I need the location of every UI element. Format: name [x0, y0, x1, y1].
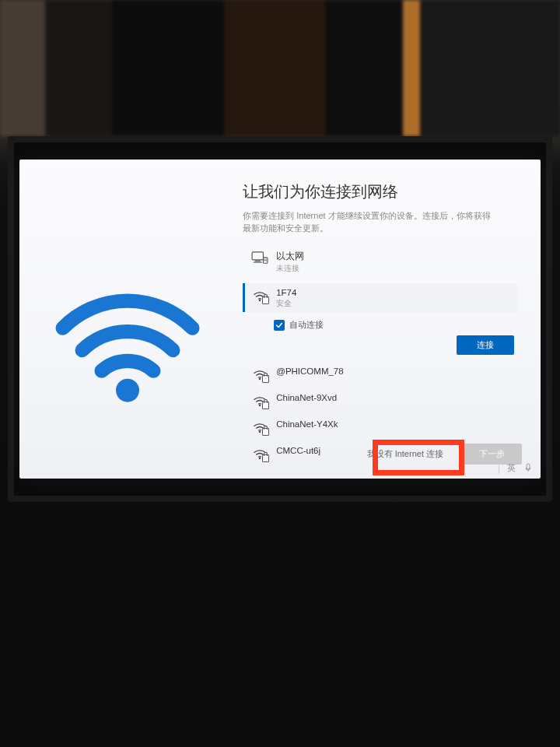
wifi-ssid: 1F74: [276, 288, 296, 297]
wifi-hero-icon: [46, 253, 209, 416]
connect-button[interactable]: 连接: [457, 335, 514, 355]
wifi-icon: [251, 446, 268, 461]
lock-icon: [262, 296, 269, 304]
skip-internet-button[interactable]: 我没有 Internet 连接: [362, 444, 448, 465]
wifi-item[interactable]: ChinaNet-Y4Xk: [243, 414, 517, 440]
svg-point-10: [259, 431, 261, 433]
svg-point-8: [259, 378, 261, 381]
divider: [499, 463, 499, 474]
wifi-item[interactable]: ChinaNet-9Xvd: [243, 388, 517, 414]
page-title: 让我们为你连接到网络: [243, 181, 517, 202]
lock-icon: [262, 454, 269, 462]
page-subtitle: 你需要连接到 Internet 才能继续设置你的设备。连接后，你将获得最新功能和…: [243, 210, 492, 235]
network-pane: 让我们为你连接到网络 你需要连接到 Internet 才能继续设置你的设备。连接…: [235, 160, 541, 479]
auto-connect-label: 自动连接: [289, 320, 324, 331]
wifi-icon: [251, 419, 268, 435]
wifi-icon: [251, 366, 268, 382]
ime-indicator[interactable]: 英: [499, 462, 533, 474]
svg-rect-4: [264, 258, 268, 263]
wifi-ssid: ChinaNet-9Xvd: [276, 393, 337, 402]
wifi-item[interactable]: @PHICOMM_78: [243, 361, 517, 388]
svg-point-9: [259, 405, 261, 407]
ethernet-item[interactable]: 以太网 未连接: [243, 246, 517, 279]
hero-pane: [19, 160, 235, 479]
wifi-item-selected[interactable]: 1F74 安全: [243, 283, 517, 312]
auto-connect-row[interactable]: 自动连接: [274, 320, 517, 331]
svg-rect-1: [252, 252, 263, 260]
ethernet-icon: [251, 251, 268, 266]
auto-connect-checkbox[interactable]: [274, 320, 285, 331]
next-button[interactable]: 下一步: [462, 444, 522, 465]
oobe-screen: 让我们为你连接到网络 你需要连接到 Internet 才能继续设置你的设备。连接…: [19, 160, 541, 479]
wifi-ssid: CMCC-ut6j: [276, 446, 320, 455]
lock-icon: [262, 375, 269, 383]
wifi-icon: [251, 288, 268, 303]
ethernet-name: 以太网: [276, 251, 304, 262]
svg-rect-2: [255, 261, 261, 261]
lock-icon: [262, 428, 269, 436]
svg-point-11: [259, 458, 261, 460]
ime-lang: 英: [507, 462, 516, 474]
footer-buttons: 我没有 Internet 连接 下一步: [362, 444, 522, 465]
lock-icon: [262, 402, 269, 409]
wifi-ssid: ChinaNet-Y4Xk: [276, 419, 338, 429]
ime-mic-icon: [523, 463, 533, 474]
wifi-ssid: @PHICOMM_78: [276, 366, 343, 376]
svg-rect-3: [254, 261, 262, 262]
wifi-icon: [251, 393, 268, 409]
ethernet-status: 未连接: [276, 263, 304, 274]
wifi-security: 安全: [276, 298, 296, 309]
svg-point-7: [259, 300, 261, 302]
svg-point-0: [116, 379, 139, 402]
